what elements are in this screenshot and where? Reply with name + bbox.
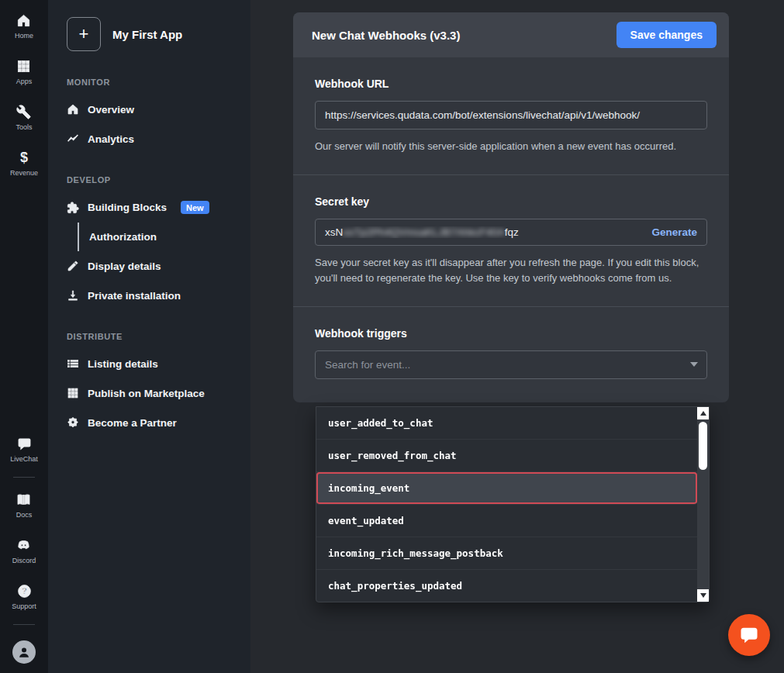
webhook-url-help: Our server will notify this server-side … [315, 139, 707, 154]
livechat-widget-button[interactable] [728, 614, 770, 656]
rail-item-label: Revenue [10, 169, 38, 177]
secret-key-masked: osTp2Ph4QVmsaKLJB7AhkcF40A [343, 226, 505, 238]
card-title: New Chat Webhooks (v3.3) [312, 29, 460, 42]
sidebar-item-display-details[interactable]: Display details [48, 251, 250, 281]
person-icon [17, 645, 31, 659]
event-search-input[interactable] [315, 350, 707, 379]
event-option-user-removed-from-chat[interactable]: user_removed_from_chat [316, 440, 697, 472]
sidebar-item-label: Overview [88, 104, 134, 116]
sidebar-item-label: Private installation [88, 290, 181, 302]
sidebar-item-building-blocks[interactable]: Building Blocks New [48, 192, 250, 223]
app-name: My First App [112, 28, 182, 41]
rail-item-home[interactable]: Home [15, 12, 33, 40]
webhook-triggers-label: Webhook triggers [315, 327, 707, 340]
rail-item-docs[interactable]: Docs [16, 492, 33, 519]
apps-grid-icon [16, 58, 32, 74]
secret-key-label: Secret key [315, 195, 707, 208]
left-rail: Home Apps Tools $ Revenue LiveChat [0, 0, 48, 673]
rail-item-discord[interactable]: Discord [12, 537, 36, 564]
rail-item-livechat[interactable]: LiveChat [10, 436, 38, 463]
sidebar-item-private-installation[interactable]: Private installation [48, 281, 250, 310]
scroll-up-arrow-icon[interactable] [697, 407, 709, 419]
secret-key-help: Save your secret key as it'll disappear … [315, 255, 707, 286]
rail-item-revenue[interactable]: $ Revenue [10, 150, 38, 177]
discord-icon [16, 537, 32, 553]
chat-bubble-icon [16, 436, 32, 451]
download-icon [67, 289, 79, 302]
plus-icon: + [79, 24, 89, 44]
home-icon [67, 103, 79, 116]
card-body: Webhook URL Our server will notify this … [293, 57, 729, 402]
webhook-url-input[interactable] [315, 101, 707, 129]
event-option-incoming-event[interactable]: incoming_event [316, 472, 697, 505]
chat-bubble-icon [738, 624, 760, 646]
partner-icon [67, 416, 79, 429]
event-option-user-added-to-chat[interactable]: user_added_to_chat [316, 407, 697, 440]
save-changes-button[interactable]: Save changes [616, 22, 717, 48]
webhooks-card: New Chat Webhooks (v3.3) Save changes We… [293, 12, 729, 402]
sidebar-item-overview[interactable]: Overview [48, 95, 250, 124]
app-header: + My First App [48, 17, 250, 51]
rail-item-label: Support [12, 602, 36, 610]
rail-item-label: Docs [16, 511, 33, 519]
event-search [315, 350, 707, 379]
dollar-icon: $ [16, 150, 32, 165]
rail-item-tools[interactable]: Tools [16, 104, 32, 131]
rail-item-label: Apps [16, 78, 33, 85]
sidebar-item-label: Authorization [89, 231, 157, 243]
section-title-monitor: MONITOR [48, 78, 250, 87]
section-divider [293, 306, 729, 307]
scrollbar-thumb[interactable] [699, 422, 707, 470]
webhook-url-label: Webhook URL [315, 78, 707, 90]
user-avatar[interactable] [12, 640, 36, 664]
sidebar-item-become-partner[interactable]: Become a Partner [48, 408, 250, 437]
event-option-chat-properties-updated[interactable]: chat_properties_updated [316, 570, 697, 602]
rail-divider [13, 477, 35, 478]
home-icon [16, 12, 32, 28]
event-option-list: user_added_to_chat user_removed_from_cha… [316, 407, 697, 602]
wrench-icon [16, 104, 32, 119]
sidebar-item-publish-marketplace[interactable]: Publish on Marketplace [48, 378, 250, 408]
sidebar-item-label: Become a Partner [88, 417, 177, 429]
sidebar-item-authorization[interactable]: Authorization [78, 223, 250, 251]
sidebar-item-label: Analytics [88, 133, 134, 145]
puzzle-icon [67, 202, 79, 214]
rail-item-support[interactable]: ? Support [12, 583, 36, 610]
rail-item-label: LiveChat [10, 455, 38, 463]
secret-key-value: xsNosTp2Ph4QVmsaKLJB7AhkcF40Afqz [325, 226, 519, 238]
list-icon [67, 357, 79, 370]
sidebar-item-label: Listing details [88, 358, 158, 370]
rail-item-label: Discord [12, 557, 36, 564]
question-icon: ? [16, 583, 32, 599]
rail-divider [13, 624, 35, 625]
section-title-develop: DEVELOP [48, 175, 250, 185]
rail-item-apps[interactable]: Apps [16, 58, 33, 85]
analytics-icon [67, 133, 79, 145]
sidebar-item-analytics[interactable]: Analytics [48, 124, 250, 154]
generate-key-button[interactable]: Generate [651, 226, 697, 238]
event-dropdown: user_added_to_chat user_removed_from_cha… [316, 406, 710, 602]
sidebar-item-label: Display details [88, 261, 161, 272]
new-badge: New [181, 201, 209, 214]
scroll-down-arrow-icon[interactable] [697, 589, 709, 602]
sidebar: + My First App MONITOR Overview Analytic… [48, 0, 250, 673]
rail-item-label: Home [15, 32, 33, 40]
rail-item-label: Tools [16, 123, 32, 131]
dropdown-scrollbar [697, 407, 709, 602]
section-title-distribute: DISTRIBUTE [48, 332, 250, 341]
chevron-down-icon[interactable] [690, 362, 698, 367]
sidebar-item-label: Building Blocks [88, 202, 167, 213]
add-app-button[interactable]: + [67, 17, 101, 51]
event-option-event-updated[interactable]: event_updated [316, 505, 697, 537]
svg-text:?: ? [22, 586, 27, 595]
main-content: New Chat Webhooks (v3.3) Save changes We… [250, 0, 784, 673]
sidebar-item-label: Publish on Marketplace [88, 388, 205, 399]
card-header: New Chat Webhooks (v3.3) Save changes [293, 12, 729, 57]
sidebar-item-listing-details[interactable]: Listing details [48, 349, 250, 378]
section-divider [293, 174, 729, 175]
pencil-icon [67, 260, 79, 272]
secret-key-field: xsNosTp2Ph4QVmsaKLJB7AhkcF40Afqz Generat… [315, 219, 707, 246]
event-option-incoming-rich-message-postback[interactable]: incoming_rich_message_postback [316, 537, 697, 570]
grid-icon [67, 387, 79, 399]
book-icon [16, 492, 32, 507]
